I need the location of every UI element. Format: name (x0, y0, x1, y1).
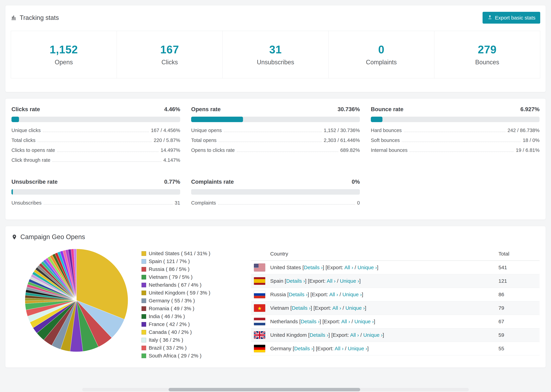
geo-pie-legend: United States ( 541 / 31% ) Spain ( 121 … (141, 251, 251, 361)
export-all-link[interactable]: All › (327, 278, 336, 284)
complaints-rate-head: Complaints rate 0% (191, 179, 360, 185)
germany-flag-icon (254, 345, 265, 352)
legend-swatch (141, 306, 146, 311)
legend-label: Germany ( 55 / 3% ) (149, 298, 195, 304)
opens-rate-title: Opens rate (191, 106, 221, 112)
legend-item-france[interactable]: France ( 42 / 2% ) (141, 321, 251, 327)
stat-line-label: Clicks to opens rate (11, 147, 55, 153)
unsubscribe-rate-title: Unsubscribe rate (11, 179, 58, 185)
legend-item-brazil[interactable]: Brazil ( 33 / 2% ) (141, 345, 251, 351)
legend-item-romania[interactable]: Romania ( 49 / 3% ) (141, 306, 251, 311)
details-link[interactable]: Details › (304, 265, 323, 270)
country-name: Germany (270, 346, 291, 351)
legend-item-netherlands[interactable]: Netherlands ( 67 / 4% ) (141, 282, 251, 288)
bounce-rate-percent: 6.927% (520, 106, 540, 112)
country-name: United Kingdom (270, 332, 307, 338)
legend-item-india[interactable]: India ( 46 / 3% ) (141, 314, 251, 319)
legend-item-italy[interactable]: Italy ( 36 / 2% ) (141, 337, 251, 343)
legend-label: Russia ( 86 / 5% ) (149, 266, 190, 272)
complaints-rate-percent: 0% (352, 179, 360, 185)
dotted-leader (237, 152, 338, 152)
tracking-stats-title: Tracking stats (11, 14, 59, 21)
summary-stats-row: 1,152 Opens 167 Clicks 31 Unsubscribes 0… (11, 31, 540, 78)
legend-item-spain[interactable]: Spain ( 121 / 7% ) (141, 259, 251, 264)
details-link[interactable]: Details › (292, 305, 311, 311)
legend-item-russia[interactable]: Russia ( 86 / 5% ) (141, 266, 251, 272)
geo-table-row-vietnam: Vietnam [Details ›] [Export: All › / Uni… (251, 301, 540, 315)
legend-label: India ( 46 / 3% ) (149, 314, 185, 319)
bounces-label: Bounces (475, 59, 499, 66)
legend-item-united-kingdom[interactable]: United Kingdom ( 59 / 3% ) (141, 290, 251, 296)
stat-line-value: 242 / 86.738% (508, 128, 540, 133)
stat-line-label: Unique opens (191, 128, 222, 133)
legend-item-united-states[interactable]: United States ( 541 / 31% ) (141, 251, 251, 256)
bracket: [ (290, 305, 292, 311)
bracket: [ (302, 265, 304, 270)
export-unique-link[interactable]: Unique › (354, 319, 374, 324)
geo-table-row-united-kingdom: United Kingdom [Details ›] [Export: All … (251, 328, 540, 342)
dotted-leader (410, 152, 514, 152)
legend-item-vietnam[interactable]: Vietnam ( 79 / 5% ) (141, 274, 251, 280)
bracket: ] (313, 346, 314, 351)
opens-rate-progressbar (191, 117, 360, 122)
stat-line-value: 0 (357, 200, 360, 206)
separator: / (355, 265, 356, 270)
legend-swatch (141, 275, 146, 280)
details-link[interactable]: Details › (286, 278, 305, 284)
export-label: [Export: (313, 305, 331, 311)
export-unique-link[interactable]: Unique › (363, 332, 383, 338)
country-name: Russia (270, 292, 286, 297)
stat-line-value: 2,303 / 61.446% (324, 138, 360, 143)
separator: / (360, 332, 362, 338)
legend-swatch (141, 330, 146, 335)
stat-line-label: Unique clicks (11, 128, 41, 133)
stat-line: Hard bounces242 / 86.738% (371, 125, 540, 135)
geo-pie-chart[interactable] (24, 248, 129, 353)
rate-section-clicks: Clicks rate 4.46% Unique clicks167 / 4.4… (11, 106, 180, 165)
stat-line: Opens to clicks rate689.82% (191, 145, 360, 155)
opens-rate-head: Opens rate 30.736% (191, 106, 360, 112)
export-all-link[interactable]: All › (350, 332, 359, 338)
legend-item-canada[interactable]: Canada ( 40 / 2% ) (141, 329, 251, 335)
export-all-link[interactable]: All › (335, 346, 344, 351)
export-label: [Export: (316, 346, 333, 351)
stat-line: Soft bounces18 / 0% (371, 135, 540, 145)
legend-item-south-africa[interactable]: South Africa ( 29 / 2% ) (141, 353, 251, 359)
separator: / (343, 305, 344, 311)
export-all-link[interactable]: All › (345, 265, 353, 270)
export-unique-link[interactable]: Unique › (348, 346, 367, 351)
bracket: ] (328, 332, 330, 338)
export-basic-stats-button[interactable]: Export basic stats (483, 12, 540, 24)
details-link[interactable]: Details › (301, 319, 319, 324)
legend-swatch (141, 259, 146, 264)
tracking-stats-title-text: Tracking stats (20, 14, 59, 21)
legend-swatch (141, 267, 146, 272)
legend-item-germany[interactable]: Germany ( 55 / 3% ) (141, 298, 251, 304)
legend-label: Vietnam ( 79 / 5% ) (149, 274, 192, 280)
details-link[interactable]: Details › (294, 346, 313, 351)
geo-table-header-row: Country Total (251, 248, 540, 261)
country-total: 55 (498, 342, 540, 355)
bounces-count: 279 (478, 43, 497, 56)
export-unique-link[interactable]: Unique › (342, 292, 362, 297)
opens-label: Opens (55, 59, 73, 66)
horizontal-scrollbar-thumb[interactable] (169, 388, 360, 391)
geo-table-row-germany: Germany [Details ›] [Export: All › / Uni… (251, 342, 540, 355)
details-link[interactable]: Details › (289, 292, 308, 297)
export-all-link[interactable]: All › (329, 292, 338, 297)
clicks-rate-progressbar (11, 117, 180, 122)
rate-section-unsubscribe: Unsubscribe rate 0.77% Unsubscribes31 (11, 179, 180, 208)
export-all-link[interactable]: All › (332, 305, 341, 311)
export-all-link[interactable]: All › (341, 319, 350, 324)
united-kingdom-flag-icon (254, 331, 265, 339)
export-unique-link[interactable]: Unique › (357, 265, 377, 270)
details-link[interactable]: Details › (310, 332, 328, 338)
legend-swatch (141, 354, 146, 358)
legend-label: United States ( 541 / 31% ) (149, 251, 210, 256)
bracket: ] (359, 278, 360, 284)
legend-swatch (141, 346, 146, 350)
bracket: ] (367, 346, 369, 351)
export-unique-link[interactable]: Unique › (346, 305, 365, 311)
legend-swatch (141, 283, 146, 287)
export-unique-link[interactable]: Unique › (340, 278, 359, 284)
